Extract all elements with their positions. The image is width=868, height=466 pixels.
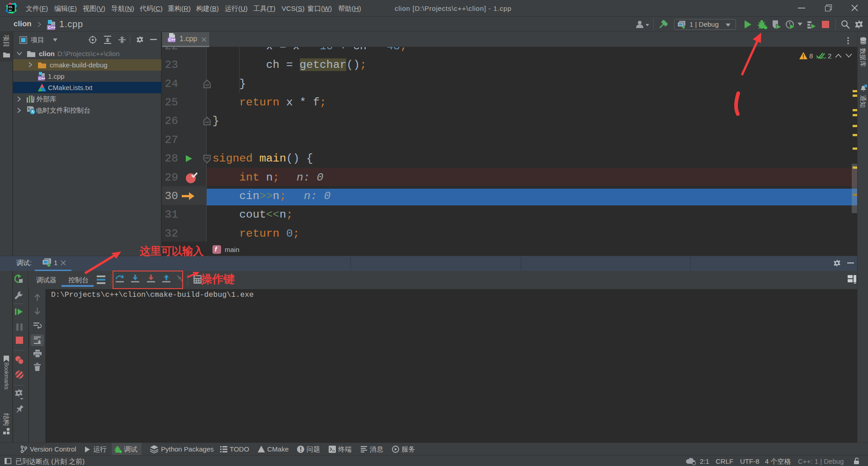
- svg-text:C++: C++: [38, 76, 45, 81]
- svg-text:C++: C++: [48, 25, 56, 30]
- svg-text:CL: CL: [9, 5, 13, 9]
- svg-text:C++: C++: [168, 38, 175, 42]
